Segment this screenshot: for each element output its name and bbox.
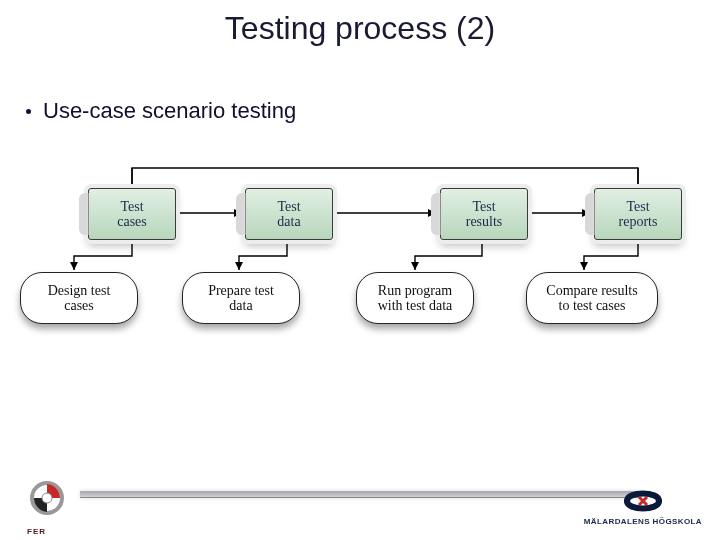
fer-logo-label: FER: [27, 527, 46, 536]
doc-shade-icon: [79, 193, 91, 235]
malardalens-logo-label: MÄLARDALENS HÖGSKOLA: [584, 517, 702, 526]
doc-shade-icon: [431, 193, 443, 235]
proc-run-program: Run programwith test data: [356, 272, 474, 324]
doc-test-data: Testdata: [245, 188, 333, 240]
proc-design-test-cases: Design testcases: [20, 272, 138, 324]
doc-label: Testreports: [619, 199, 658, 230]
doc-label: Testdata: [277, 199, 300, 230]
proc-compare-results: Compare resultsto test cases: [526, 272, 658, 324]
testing-process-diagram: Testcases Testdata Testresults Testrepor…: [20, 160, 700, 350]
bullet-item: Use-case scenario testing: [26, 98, 296, 124]
doc-label: Testresults: [466, 199, 503, 230]
bullet-text: Use-case scenario testing: [43, 98, 296, 124]
doc-test-results: Testresults: [440, 188, 528, 240]
doc-test-reports: Testreports: [594, 188, 682, 240]
doc-label: Testcases: [117, 199, 147, 230]
svg-point-6: [42, 493, 52, 503]
malardalens-logo: MÄLARDALENS HÖGSKOLA: [584, 487, 702, 526]
doc-shade-icon: [236, 193, 248, 235]
proc-prepare-test-data: Prepare testdata: [182, 272, 300, 324]
doc-test-cases: Testcases: [88, 188, 176, 240]
fer-logo-icon: [24, 478, 70, 524]
doc-shade-icon: [585, 193, 597, 235]
footer-divider: [80, 491, 640, 498]
proc-label: Design testcases: [48, 283, 111, 314]
proc-label: Run programwith test data: [378, 283, 453, 314]
proc-label: Prepare testdata: [208, 283, 274, 314]
proc-label: Compare resultsto test cases: [546, 283, 637, 314]
bullet-dot-icon: [26, 109, 31, 114]
malardalens-logo-icon: [619, 487, 667, 515]
page-title: Testing process (2): [0, 10, 720, 47]
